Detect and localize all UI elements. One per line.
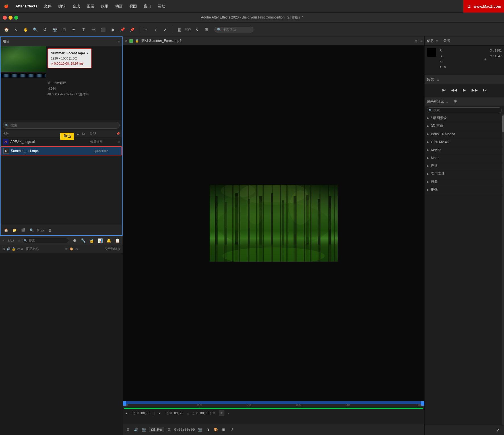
menu-help[interactable]: 帮助 xyxy=(157,3,166,9)
effect-channel[interactable]: ▶ 声道 xyxy=(425,162,504,170)
list-item-selected[interactable]: ▶ Summer_...st.mp4 QuickTime xyxy=(1,146,122,155)
pin-tool[interactable]: 📌 xyxy=(118,26,126,34)
tl-tool-6[interactable]: 📋 xyxy=(114,237,120,244)
help-search-input[interactable] xyxy=(222,28,251,32)
project-menu-icon[interactable]: ≡ xyxy=(118,40,120,44)
grid-tool[interactable]: ⊞ xyxy=(203,26,210,34)
viewer-expand-icon[interactable]: » xyxy=(420,39,422,43)
search-bottom-icon[interactable]: 🔍 xyxy=(28,227,35,233)
list-item[interactable]: Ai APEAK_Logo.ai 矢量描画 ⊞ xyxy=(1,137,122,146)
timecode-display[interactable]: 0;00;00;00 xyxy=(174,428,195,432)
new-comp-icon[interactable]: 🎬 xyxy=(20,227,26,233)
align-tool[interactable]: ▦ xyxy=(175,26,183,34)
effect-keyer[interactable]: ▶ 抠像 xyxy=(425,186,504,194)
roto-tool[interactable]: 📌 xyxy=(128,26,136,34)
menu-effects[interactable]: 效果 xyxy=(100,3,110,9)
transparency-icon[interactable]: ◑ xyxy=(205,427,211,432)
timeline-ruler[interactable]: 0s 02s 04s 06s 08s 10s xyxy=(123,401,424,409)
effects-search-input[interactable] xyxy=(427,107,502,113)
menu-composition[interactable]: 合成 xyxy=(71,3,81,9)
rotate-tool[interactable]: ↺ xyxy=(41,26,49,34)
tl-tool-5[interactable]: 🔔 xyxy=(106,237,112,244)
preview-goto-start[interactable]: ⏮ xyxy=(441,87,447,93)
tl-more-icon[interactable]: • xyxy=(228,411,229,415)
menu-window[interactable]: 窗口 xyxy=(142,3,152,9)
effect-utility[interactable]: ▶ 实用工具 xyxy=(425,170,504,178)
roi-icon[interactable]: ▣ xyxy=(221,427,227,432)
pen-tool[interactable]: ✒ xyxy=(70,26,78,34)
zoom-tool[interactable]: 🔍 xyxy=(31,26,39,34)
menu-file[interactable]: 文件 xyxy=(43,3,53,9)
effect-boris-fx[interactable]: ▶ Boris FX Mocha xyxy=(425,130,504,138)
close-timeline-icon[interactable]: × xyxy=(2,239,4,242)
effect-animation-presets[interactable]: ▶ * 动画预设 xyxy=(425,114,504,122)
viewer-menu-icon[interactable]: ≡ xyxy=(415,39,417,43)
rect-tool[interactable]: □ xyxy=(60,26,68,34)
hand-tool[interactable]: ✋ xyxy=(22,26,30,34)
maximize-button[interactable] xyxy=(14,16,18,20)
fit-icon[interactable]: ⊡ xyxy=(166,427,172,432)
tl-tool-1[interactable]: ⚙ xyxy=(71,237,78,244)
project-search-input[interactable] xyxy=(3,122,120,129)
preview-goto-end[interactable]: ⏭ xyxy=(482,87,488,93)
apple-menu[interactable]: 🍎 xyxy=(3,3,10,9)
shape-tool[interactable]: ◆ xyxy=(109,26,117,34)
menu-layer[interactable]: 图层 xyxy=(86,3,95,9)
timeline-search-input[interactable] xyxy=(22,238,69,243)
preview-step-forward[interactable]: ▶▶ xyxy=(471,87,478,93)
timeline-start-handle[interactable] xyxy=(123,401,126,406)
camera-ctrl-icon[interactable]: 📷 xyxy=(141,427,147,432)
audio-tab[interactable]: 音频 xyxy=(443,38,450,43)
camera-tool[interactable]: 📷 xyxy=(51,26,59,34)
snapshot-icon[interactable]: 📷 xyxy=(197,427,203,432)
menu-animation[interactable]: 动画 xyxy=(114,3,124,9)
effects-scrollbar-thumb[interactable] xyxy=(502,115,504,132)
minimize-button[interactable] xyxy=(9,16,13,20)
sort-icon[interactable]: ▲ xyxy=(77,132,79,135)
viewer-lock-icon[interactable]: 🔒 xyxy=(135,39,139,43)
tl-tool-3[interactable]: 🔒 xyxy=(88,237,95,244)
library-tab[interactable]: 库 xyxy=(454,99,457,104)
reset-icon[interactable]: ↺ xyxy=(229,427,235,432)
speaker-icon[interactable]: 🔊 xyxy=(133,427,139,432)
expand-tool[interactable]: ⤡ xyxy=(193,26,201,34)
motion-tool[interactable]: ↔ xyxy=(142,26,150,34)
preview-step-back[interactable]: ◀◀ xyxy=(451,87,458,93)
effect-label-5: Matte xyxy=(431,156,439,160)
close-button[interactable] xyxy=(3,16,7,20)
effects-expand-icon[interactable]: ⤢ xyxy=(494,426,502,434)
preview-play[interactable]: ▶ xyxy=(461,87,468,93)
timeline-menu-icon[interactable]: ≡ xyxy=(18,239,20,242)
delete-icon[interactable]: 🗑 xyxy=(47,227,53,233)
label-icon: 🏷 xyxy=(17,247,20,251)
color-icon[interactable]: 🎨 xyxy=(213,427,219,432)
effect-distort[interactable]: ▶ 扭曲 xyxy=(425,178,504,186)
motion3-tool[interactable]: ⤢ xyxy=(161,26,169,34)
import-icon[interactable]: 📁 xyxy=(11,227,18,233)
effect-matte[interactable]: ▶ Matte xyxy=(425,154,504,162)
effect-3d-audio[interactable]: ▶ 3D 声道 xyxy=(425,122,504,130)
brush-tool[interactable]: ✏ xyxy=(89,26,97,34)
new-folder-icon[interactable]: 🏠 xyxy=(3,227,9,233)
effect-cinema4d[interactable]: ▶ CINEMA 4D xyxy=(425,138,504,146)
stamp-tool[interactable]: ⬛ xyxy=(99,26,107,34)
render-icon[interactable]: ⊞ xyxy=(219,410,224,416)
magnification-dropdown[interactable]: (33.3%) xyxy=(149,427,164,432)
menu-view[interactable]: 视图 xyxy=(128,3,138,9)
tl-tool-4[interactable]: 📊 xyxy=(97,237,103,244)
tl-tool-2[interactable]: 🔧 xyxy=(80,237,86,244)
menu-aftereffects[interactable]: After Effects xyxy=(14,3,38,9)
viewer-close-btn[interactable]: × xyxy=(125,39,127,43)
effect-keying[interactable]: ▶ Keying xyxy=(425,146,504,154)
timeline-end-handle[interactable] xyxy=(421,401,424,406)
preview-menu-icon[interactable]: ≡ xyxy=(437,78,439,81)
render-ctrl-icon[interactable]: ⊞ xyxy=(125,427,131,432)
effects-menu-icon[interactable]: ≡ xyxy=(446,100,448,103)
type-tool[interactable]: T xyxy=(80,26,88,34)
effects-scrollbar[interactable] xyxy=(502,114,504,425)
info-menu-icon[interactable]: ≡ xyxy=(436,39,438,43)
menu-edit[interactable]: 编辑 xyxy=(57,3,67,9)
home-tool[interactable]: 🏠 xyxy=(2,26,10,34)
select-tool[interactable]: ↖ xyxy=(12,26,20,34)
motion2-tool[interactable]: ↕ xyxy=(152,26,160,34)
